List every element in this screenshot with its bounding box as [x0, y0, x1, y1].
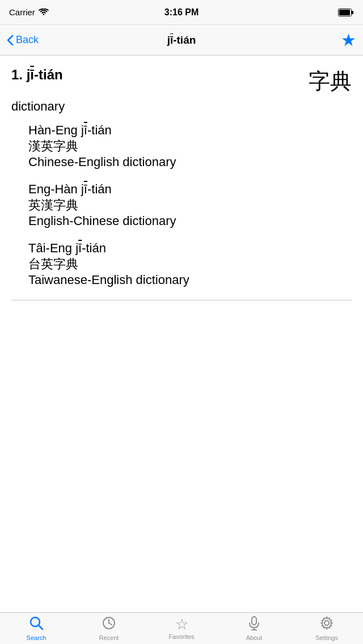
tab-recent-label: Recent: [99, 634, 119, 641]
status-bar: Carrier 3:16 PM: [0, 0, 363, 25]
sub-entry-1-romanization: Hàn-Eng jī-tián: [28, 123, 352, 138]
search-icon: [29, 616, 44, 633]
tab-settings[interactable]: Settings: [290, 613, 363, 644]
nav-title-text: jī-tián: [167, 34, 196, 46]
chevron-left-icon: [7, 35, 14, 46]
tab-search-label: Search: [27, 634, 47, 641]
star-icon: ☆: [175, 617, 188, 632]
sub-entry-2-english: English-Chinese dictionary: [28, 214, 352, 228]
status-time: 3:16 PM: [164, 7, 199, 18]
entry-pos: dictionary: [11, 99, 352, 114]
entry-header: 1. jī-tián 字典: [11, 67, 352, 96]
wifi-icon: [39, 9, 49, 16]
sub-entry-1: Hàn-Eng jī-tián 漢英字典 Chinese-English dic…: [28, 123, 352, 170]
svg-point-3: [31, 617, 40, 626]
sub-entry-3-chinese: 台英字典: [28, 256, 352, 273]
status-battery: [338, 9, 354, 16]
gear-icon: [319, 616, 334, 633]
svg-rect-8: [252, 617, 256, 625]
entry-chinese: 字典: [309, 67, 352, 96]
sub-entry-3-romanization: Tâi-Eng jī-tián: [28, 241, 352, 256]
svg-rect-1: [339, 10, 350, 15]
sub-entry-3-english: Taiwanese-English dictionary: [28, 273, 352, 287]
tab-about-label: About: [246, 634, 263, 641]
entry-headword: jī-tián: [27, 67, 63, 82]
nav-title: jī-tián: [167, 34, 196, 46]
back-button[interactable]: Back: [7, 34, 39, 46]
tab-settings-label: Settings: [315, 634, 338, 641]
tab-bar: Search Recent ☆ Favorites About: [0, 612, 363, 644]
sub-entry-1-english: Chinese-English dictionary: [28, 155, 352, 170]
back-label: Back: [16, 34, 39, 46]
svg-rect-2: [352, 11, 353, 14]
content-divider: [11, 300, 352, 300]
nav-bar: Back jī-tián ★: [0, 25, 363, 56]
svg-line-4: [39, 626, 43, 630]
entry-title: 1. jī-tián: [11, 67, 63, 83]
about-icon: [247, 616, 261, 633]
battery-icon: [338, 9, 354, 16]
sub-entry-3: Tâi-Eng jī-tián 台英字典 Taiwanese-English d…: [28, 241, 352, 287]
tab-favorites-label: Favorites: [168, 633, 194, 640]
tab-about[interactable]: About: [218, 613, 290, 644]
sub-entry-2-romanization: Eng-Hàn jī-tián: [28, 182, 352, 197]
status-carrier: Carrier: [9, 7, 49, 17]
svg-point-11: [324, 621, 329, 625]
carrier-label: Carrier: [9, 7, 35, 17]
tab-favorites[interactable]: ☆ Favorites: [145, 613, 218, 644]
tab-search[interactable]: Search: [0, 613, 73, 644]
bookmark-button[interactable]: ★: [341, 30, 356, 50]
svg-line-7: [109, 623, 112, 625]
entry-number: 1.: [11, 67, 27, 82]
tab-recent[interactable]: Recent: [73, 613, 145, 644]
sub-entry-1-chinese: 漢英字典: [28, 138, 352, 155]
clock-icon: [102, 616, 116, 633]
content-area: 1. jī-tián 字典 dictionary Hàn-Eng jī-tián…: [0, 56, 363, 612]
sub-entry-2: Eng-Hàn jī-tián 英漢字典 English-Chinese dic…: [28, 182, 352, 228]
sub-entry-2-chinese: 英漢字典: [28, 197, 352, 214]
